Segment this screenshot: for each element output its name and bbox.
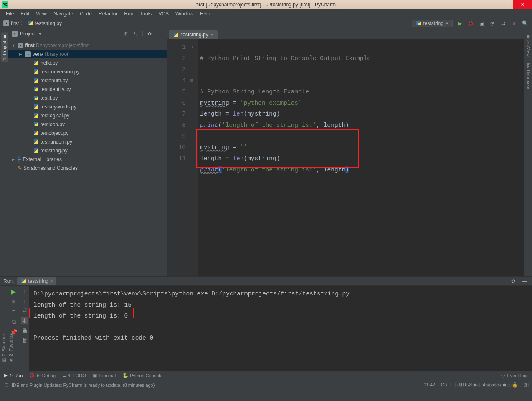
tab-terminal[interactable]: ▣ Terminal — [93, 373, 116, 378]
hide-panel-icon[interactable]: — — [521, 277, 529, 285]
menu-window[interactable]: Window — [172, 10, 197, 18]
python-icon — [33, 139, 39, 145]
python-icon — [173, 32, 179, 38]
status-message: IDE and Plugin Updates: PyCharm is ready… — [12, 383, 155, 388]
tab-run[interactable]: ▶ 4: Run — [4, 373, 23, 378]
tree-external-libs[interactable]: ▶╫External Libraries — [8, 155, 167, 164]
line-gutter: 1234567891011 — [167, 39, 190, 276]
project-tree[interactable]: ▼▪first D:\pycharmprojects\first ▶▪venv … — [8, 39, 167, 276]
run-tab[interactable]: teststring× — [17, 277, 56, 285]
wrap-button[interactable]: ⏎ — [22, 308, 27, 314]
editor-tab[interactable]: teststring.py× — [169, 30, 218, 39]
side-tab-database[interactable]: 🗄 Database — [525, 62, 532, 91]
python-icon — [33, 113, 39, 119]
breadcrumb-file[interactable]: teststring.py — [27, 20, 62, 26]
locate-button[interactable]: ⊕ — [122, 30, 129, 38]
left-tool-strip: 1: Project ▮ — [0, 28, 8, 276]
tree-file[interactable]: testlogical.py — [8, 111, 167, 120]
python-icon — [415, 20, 421, 26]
profile-button[interactable]: ◷ — [489, 20, 496, 27]
run-panel: Run: teststring× ✿— ▶ ■ ≡ ⧉ 📌 ↑ ↓ ⏎ ⬇ 🖶 … — [0, 276, 532, 371]
trash-button[interactable]: 🗑 — [22, 337, 27, 343]
python-icon — [33, 104, 39, 110]
run-coverage-button[interactable]: ▣ — [478, 20, 485, 27]
fold-gutter[interactable]: ⊟ ⊟ — [190, 39, 198, 276]
project-header[interactable]: Project — [20, 31, 35, 37]
side-tab-project[interactable]: 1: Project ▮ — [1, 33, 8, 62]
breadcrumb-project[interactable]: ▪first — [3, 20, 19, 26]
status-caret[interactable]: 11:42 — [423, 382, 435, 388]
print-button[interactable]: 🖶 — [22, 328, 27, 334]
menu-edit[interactable]: Edit — [17, 10, 33, 18]
tree-file[interactable]: hello.py — [8, 58, 167, 67]
tree-file[interactable]: testconversion.py — [8, 67, 167, 76]
close-tab-icon[interactable]: × — [50, 278, 53, 284]
app-logo: PC — [2, 1, 8, 8]
tree-file[interactable]: testenum.py — [8, 76, 167, 85]
python-icon — [33, 148, 39, 154]
up-button[interactable]: ↑ — [23, 288, 26, 295]
python-icon — [33, 95, 39, 101]
run-sidebar-2: ↑ ↓ ⏎ ⬇ 🖶 🗑 — [19, 286, 29, 371]
menu-refactor[interactable]: Refactor — [95, 10, 121, 18]
side-tab-sciview[interactable]: ▣ SciView — [525, 32, 532, 58]
tree-scratches[interactable]: ✎Scratches and Consoles — [8, 164, 167, 172]
down-button[interactable]: ↓ — [23, 298, 26, 304]
search-everywhere-button[interactable]: 🔍 — [521, 20, 529, 27]
code-area[interactable]: 1234567891011 ⊟ ⊟ # Python Print String … — [167, 39, 524, 276]
stop-button[interactable]: ■ — [510, 20, 518, 27]
debug-button[interactable]: 🐞 — [467, 20, 474, 27]
annotation-box — [29, 308, 134, 318]
toolwin-settings-icon[interactable]: ✿ — [509, 277, 517, 285]
menu-tools[interactable]: Tools — [137, 10, 155, 18]
run-button[interactable]: ▶ — [456, 20, 464, 27]
python-icon — [33, 121, 39, 127]
lock-icon[interactable]: 🔓 — [512, 382, 518, 388]
source[interactable]: # Python Print String to Console Output … — [198, 39, 524, 276]
settings-button[interactable]: ✿ — [146, 30, 153, 38]
toolwindows-icon[interactable]: ▢ — [4, 382, 8, 388]
menu-code[interactable]: Code — [76, 10, 95, 18]
tab-pyconsole[interactable]: 🐍 Python Console — [122, 373, 162, 378]
menu-help[interactable]: Help — [197, 10, 214, 18]
python-icon — [33, 86, 39, 92]
scroll-button[interactable]: ⬇ — [21, 317, 28, 324]
collapse-button[interactable]: ⇆ — [132, 30, 139, 38]
tree-file[interactable]: testrandom.py — [8, 137, 167, 146]
menu-run[interactable]: Run — [121, 10, 137, 18]
chevron-down-icon[interactable]: ▼ — [38, 32, 42, 36]
menu-view[interactable]: View — [33, 10, 50, 18]
close-tab-icon[interactable]: × — [211, 33, 213, 37]
project-pane: ▪Project ▼ ⊕ ⇆ | ✿ — ▼▪first D:\pycharmp… — [8, 28, 167, 276]
status-eol[interactable]: CRLF — [441, 382, 453, 388]
tree-file[interactable]: testidentity.py — [8, 85, 167, 93]
tree-venv[interactable]: ▶▪venv library root — [8, 50, 167, 58]
run-config-dropdown[interactable]: teststring▼ — [412, 20, 453, 27]
status-indent[interactable]: 4 spaces ≑ — [483, 382, 506, 388]
menu-file[interactable]: File — [3, 10, 17, 18]
menu-navigate[interactable]: Navigate — [50, 10, 76, 18]
hide-button[interactable]: — — [156, 30, 163, 38]
maximize-button[interactable]: ☐ — [500, 0, 513, 9]
concurrency-button[interactable]: ⇉ — [499, 20, 507, 27]
console-output[interactable]: D:\pycharmprojects\first\venv\Scripts\py… — [29, 286, 532, 371]
status-encoding[interactable]: UTF-8 ≑ — [459, 382, 477, 388]
tab-eventlog[interactable]: ◌ Event Log — [501, 373, 528, 378]
tree-root[interactable]: ▼▪first D:\pycharmprojects\first — [8, 41, 167, 50]
tree-file[interactable]: testif.py — [8, 93, 167, 102]
tree-file[interactable]: testkeywords.py — [8, 102, 167, 111]
menu-vcs[interactable]: VCS — [155, 10, 172, 18]
nav-bar: ▪first 〉 teststring.py teststring▼ ▶ 🐞 ▣… — [0, 18, 532, 28]
minimize-button[interactable]: — — [488, 0, 500, 9]
tree-file[interactable]: teststring.py — [8, 146, 167, 155]
widgets-icon[interactable]: ◔ — [524, 382, 528, 388]
left-tool-strip-lower: ★ 2: Favorites ▤ 7: Structure — [0, 291, 8, 366]
tab-todo[interactable]: ≣ 6: TODO — [62, 373, 86, 378]
side-tab-favorites[interactable]: ★ 2: Favorites — [7, 291, 14, 365]
tree-file[interactable]: testloop.py — [8, 120, 167, 129]
folder-icon: ▪ — [25, 51, 31, 57]
tab-debug[interactable]: 🐞 5: Debug — [29, 373, 56, 378]
close-button[interactable]: ✕ — [513, 0, 532, 9]
tree-file[interactable]: testobject.py — [8, 129, 167, 137]
side-tab-structure[interactable]: ▤ 7: Structure — [0, 291, 7, 365]
